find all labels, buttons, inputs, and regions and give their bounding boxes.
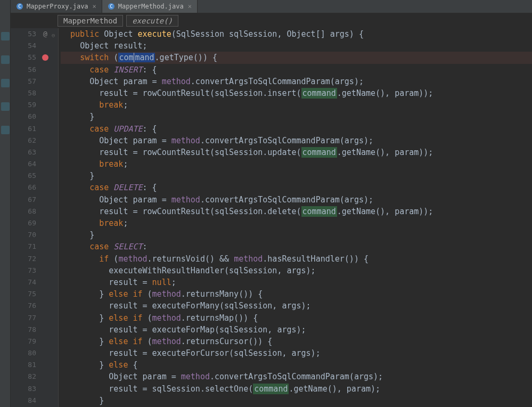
tab-mappermethod[interactable]: C MapperMethod.java × — [102, 0, 198, 13]
code-line[interactable]: switch (command.getType()) { — [61, 52, 532, 63]
breakpoint-gutter[interactable]: @ — [40, 28, 50, 407]
code-token: result = — [109, 325, 152, 335]
breakpoint-cell[interactable] — [40, 265, 50, 276]
code-line[interactable]: result = executeForCursor(sqlSession, ar… — [61, 347, 532, 359]
code-token: sqlSession.selectOne( — [152, 384, 253, 394]
code-token: result = — [99, 88, 142, 98]
breakpoint-cell[interactable] — [40, 395, 50, 406]
breakpoint-cell[interactable] — [40, 87, 50, 99]
code-line[interactable]: break; — [61, 158, 532, 170]
code-line[interactable]: break; — [61, 99, 532, 111]
code-token: (sqlSession, args); — [229, 348, 321, 358]
breakpoint-cell[interactable] — [40, 217, 50, 229]
breakpoint-cell[interactable] — [40, 182, 50, 193]
code-line[interactable]: } — [61, 170, 532, 182]
breakpoint-cell[interactable] — [40, 64, 50, 76]
breakpoint-cell[interactable] — [40, 336, 50, 347]
code-line[interactable]: executeWithResultHandler(sqlSession, arg… — [61, 265, 532, 276]
code-token: method — [171, 136, 200, 145]
code-line[interactable]: result = executeForMany(sqlSession, args… — [61, 300, 532, 312]
code-token: .getName(), param)); — [337, 88, 433, 98]
code-line[interactable]: case DELETE: { — [61, 182, 532, 193]
code-line[interactable]: Object param = method.convertArgsToSqlCo… — [61, 194, 532, 206]
code-token: (sqlSession.delete( — [210, 207, 301, 216]
breakpoint-cell[interactable] — [40, 371, 50, 382]
code-line[interactable]: result = sqlSession.selectOne(command.ge… — [61, 383, 532, 395]
java-class-icon: C — [16, 3, 23, 10]
line-number: 80 — [11, 347, 36, 359]
code-line[interactable]: result = rowCountResult(sqlSession.inser… — [61, 87, 532, 99]
code-line[interactable]: result = null; — [61, 276, 532, 288]
code-line[interactable]: public Object execute(SqlSession sqlSess… — [61, 28, 532, 40]
fold-icon[interactable]: ⊖ — [52, 30, 55, 42]
code-line[interactable]: case INSERT: { — [61, 64, 532, 76]
breakpoint-cell[interactable] — [40, 229, 50, 241]
breakpoint-cell[interactable] — [40, 276, 50, 288]
code-area[interactable]: public Object execute(SqlSession sqlSess… — [59, 28, 532, 407]
code-token: else — [109, 337, 128, 346]
code-line[interactable]: result = executeForMap(sqlSession, args)… — [61, 324, 532, 336]
line-number: 73 — [11, 265, 36, 276]
breakpoint-cell[interactable] — [40, 99, 50, 111]
code-line[interactable]: } else if (method.returnsCursor()) { — [61, 336, 532, 347]
breakpoint-cell[interactable] — [40, 324, 50, 336]
breakpoint-cell[interactable] — [40, 312, 50, 324]
breakpoint-cell[interactable]: @ — [40, 28, 50, 40]
breakpoint-cell[interactable] — [40, 170, 50, 182]
code-token: method — [118, 254, 147, 264]
code-line[interactable]: result = rowCountResult(sqlSession.delet… — [61, 206, 532, 217]
code-line[interactable]: case SELECT: — [61, 241, 532, 253]
code-line[interactable]: Object param = method.convertArgsToSqlCo… — [61, 371, 532, 382]
sidebar-marker — [1, 79, 10, 87]
breakpoint-cell[interactable] — [40, 300, 50, 312]
code-line[interactable]: } — [61, 395, 532, 406]
code-line[interactable]: } — [61, 229, 532, 241]
code-token: execute — [138, 29, 171, 39]
tab-mapperproxy[interactable]: C MapperProxy.java × — [11, 0, 102, 13]
breakpoint-cell[interactable] — [40, 253, 50, 265]
breakpoint-cell[interactable] — [40, 40, 50, 52]
close-icon[interactable]: × — [188, 3, 192, 10]
fold-gutter[interactable]: ⊖ — [50, 28, 59, 407]
breakpoint-cell[interactable] — [40, 194, 50, 206]
code-token: .getName(), param)); — [337, 148, 433, 157]
breakpoint-cell[interactable] — [40, 135, 50, 146]
breakpoint-cell[interactable] — [40, 206, 50, 217]
code-token: result = — [109, 301, 152, 311]
code-token: result = — [109, 384, 152, 394]
code-editor[interactable]: 5354555657585960616263646566676869707172… — [11, 28, 532, 407]
breakpoint-cell[interactable] — [40, 146, 50, 158]
code-line[interactable]: break; — [61, 217, 532, 229]
line-number: 63 — [11, 146, 36, 158]
close-icon[interactable]: × — [93, 3, 96, 10]
code-line[interactable]: case UPDATE: { — [61, 123, 532, 135]
code-line[interactable]: } else { — [61, 359, 532, 371]
code-line[interactable]: } — [61, 111, 532, 123]
code-token: executeForMany — [152, 301, 219, 311]
breakpoint-cell[interactable] — [40, 111, 50, 123]
svg-text:C: C — [110, 4, 112, 9]
breakpoint-cell[interactable] — [40, 383, 50, 395]
code-line[interactable]: } else if (method.returnsMap()) { — [61, 312, 532, 324]
breakpoint-cell[interactable] — [40, 359, 50, 371]
breakpoint-cell[interactable] — [40, 347, 50, 359]
breakpoint-cell[interactable] — [40, 288, 50, 300]
line-number: 82 — [11, 371, 36, 382]
code-line[interactable]: } else if (method.returnsMany()) { — [61, 288, 532, 300]
breakpoint-cell[interactable] — [40, 52, 50, 63]
code-line[interactable]: if (method.returnsVoid() && method.hasRe… — [61, 253, 532, 265]
code-line[interactable]: Object param = method.convertArgsToSqlCo… — [61, 135, 532, 146]
code-token: Object param = — [89, 77, 161, 86]
code-line[interactable]: result = rowCountResult(sqlSession.updat… — [61, 146, 532, 158]
sidebar-marker — [1, 102, 10, 111]
code-line[interactable]: Object result; — [61, 40, 532, 52]
breadcrumb-method[interactable]: execute() — [126, 15, 178, 27]
breakpoint-cell[interactable] — [40, 158, 50, 170]
breakpoint-icon[interactable] — [42, 54, 48, 61]
breakpoint-cell[interactable] — [40, 76, 50, 87]
breadcrumb-class[interactable]: MapperMethod — [58, 15, 123, 27]
code-token: .hasResultHandler()) { — [263, 254, 369, 264]
breakpoint-cell[interactable] — [40, 123, 50, 135]
breakpoint-cell[interactable] — [40, 241, 50, 253]
code-line[interactable]: Object param = method.convertArgsToSqlCo… — [61, 76, 532, 87]
